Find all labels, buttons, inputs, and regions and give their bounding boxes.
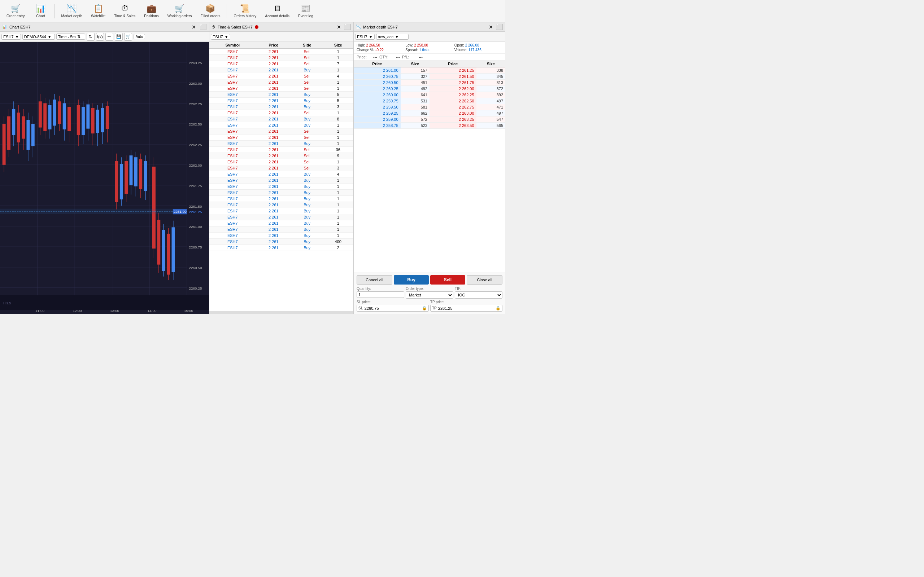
md-ask-price: 2 261.75 (430, 80, 477, 86)
ts-cell-price: 2 261 (256, 92, 291, 98)
toolbar-item-event-log[interactable]: 📰Event log (294, 2, 317, 21)
chart-draw-btn[interactable]: ✏ (105, 33, 113, 41)
ts-cell-side: Sell (291, 55, 323, 61)
market-depth-label: Market depth (61, 14, 82, 18)
toolbar-item-orders-history[interactable]: 📜Orders history (230, 2, 260, 21)
order-type-select[interactable]: Market Limit Stop (406, 292, 453, 298)
ts-panel-expand[interactable]: ⬜ (344, 23, 351, 30)
svg-rect-25 (17, 113, 20, 142)
cancel-all-button[interactable]: Cancel all (357, 275, 393, 285)
svg-rect-45 (68, 107, 71, 131)
md-panel-close[interactable]: ✕ (489, 24, 493, 30)
chart-order-btn[interactable]: 🛒 (124, 33, 132, 41)
ts-cell-side: Buy (291, 67, 323, 73)
svg-text:2260.75: 2260.75 (189, 246, 202, 250)
sl-lock-icon[interactable]: 🔒 (422, 306, 427, 311)
ts-cell-symbol: ESH7 (209, 85, 256, 92)
toolbar-item-time-sales[interactable]: ⏱Time & Sales (110, 2, 139, 21)
chart-timeframe-select[interactable]: Time - 5m ⇅ (56, 34, 85, 40)
chart-account-select[interactable]: DEMO-8544 ▼ (23, 34, 55, 40)
ts-cell-side: Sell (291, 147, 323, 153)
ts-cell-symbol: ESH7 (209, 110, 256, 116)
md-ask-price: 2 261.25 (430, 68, 477, 74)
svg-rect-53 (91, 108, 95, 134)
ts-table-row: ESH7 2 261 Buy 400 (209, 239, 353, 245)
md-depth-row: 2 260.25 492 2 262.00 372 (354, 86, 505, 92)
ts-cell-side: Buy (291, 245, 323, 251)
ts-cell-symbol: ESH7 (209, 134, 256, 141)
md-pnl-val: --- (419, 55, 423, 59)
chart-panel-close[interactable]: ✕ (192, 24, 196, 30)
md-stat-high: High: 2 266.50 (357, 43, 405, 47)
ts-table-row: ESH7 2 261 Sell 1 (209, 55, 353, 61)
md-account-value: new_acc (378, 35, 393, 39)
md-bid-price: 2 260.75 (354, 74, 401, 80)
md-stat-change: Change %: -0.22 (357, 48, 405, 52)
chart-compare-btn[interactable]: ⇅ (87, 33, 95, 41)
svg-rect-69 (134, 157, 137, 187)
ts-scrollbar[interactable] (209, 311, 353, 314)
sl-input[interactable] (365, 306, 420, 311)
ts-cell-price: 2 261 (256, 73, 291, 79)
chart-panel-expand[interactable]: ⬜ (200, 23, 207, 30)
ts-cell-side: Sell (291, 110, 323, 116)
ts-cell-size: 5 (323, 98, 353, 104)
md-panel-title: Market depth ESH7 (363, 25, 398, 29)
md-account-select[interactable]: new_acc ▼ (376, 34, 409, 40)
ts-cell-price: 2 261 (256, 233, 291, 239)
orders-history-icon: 📜 (240, 4, 250, 13)
toolbar-item-market-depth[interactable]: 📉Market depth (58, 2, 86, 21)
ts-table-row: ESH7 2 261 Buy 5 (209, 98, 353, 104)
md-account-arrow: ▼ (395, 35, 399, 39)
ts-symbol-select[interactable]: ESH7 ▼ (211, 34, 230, 40)
ts-cell-size: 1 (323, 159, 353, 165)
toolbar-item-account-details[interactable]: 🖥Account details (261, 2, 293, 21)
chart-auto-btn[interactable]: Auto (134, 34, 145, 39)
working-orders-label: Working orders (168, 14, 192, 18)
toolbar-item-chart[interactable]: 📊Chart (30, 2, 52, 21)
tif-select[interactable]: IOC GTC DAY (455, 292, 502, 298)
chart-symbol-select[interactable]: ESH7 ▼ (2, 34, 21, 40)
chart-panel-header: 📊 Chart ESH7 ✕ ⬜ (0, 23, 209, 32)
ts-panel-close[interactable]: ✕ (337, 24, 341, 30)
quantity-input[interactable] (359, 292, 402, 297)
toolbar-item-filled-orders[interactable]: 📦Filled orders (197, 2, 224, 21)
top-toolbar: 🛒Order entry📊Chart📉Market depth📋Watchlis… (0, 0, 505, 23)
chart-symbol-arrow: ▼ (15, 35, 19, 39)
svg-text:2262.00: 2262.00 (189, 163, 202, 167)
ts-cell-symbol: ESH7 (209, 55, 256, 61)
close-all-button[interactable]: Close all (467, 275, 502, 285)
svg-rect-79 (162, 230, 165, 271)
md-depth-table: Price Size Price Size 2 261.00 157 2 261… (354, 61, 505, 272)
md-ask-size: 565 (477, 122, 505, 129)
toolbar-item-positions[interactable]: 💼Positions (141, 2, 162, 21)
tp-input[interactable] (438, 306, 494, 311)
tp-lock-icon[interactable]: 🔒 (496, 306, 501, 311)
ts-cell-price: 2 261 (256, 128, 291, 134)
ts-cell-price: 2 261 (256, 208, 291, 214)
chart-panel: 📊 Chart ESH7 ✕ ⬜ ESH7 ▼ DEMO-8544 ▼ Time… (0, 23, 209, 314)
order-type-field-group: Order type: Market Limit Stop (406, 287, 453, 298)
chart-save-btn[interactable]: 💾 (115, 33, 123, 41)
ts-cell-side: Sell (291, 85, 323, 92)
md-symbol-select[interactable]: ESH7 ▼ (355, 34, 375, 40)
ts-cell-price: 2 261 (256, 226, 291, 233)
md-depth-row: 2 260.75 327 2 261.50 345 (354, 74, 505, 80)
chart-indicators-btn[interactable]: f(x) (96, 33, 104, 41)
md-panel-expand[interactable]: ⬜ (496, 23, 503, 30)
chart-controls: ESH7 ▼ DEMO-8544 ▼ Time - 5m ⇅ ⇅ f(x) ✏ … (0, 32, 209, 42)
chart-account-value: DEMO-8544 (24, 35, 46, 39)
account-details-icon: 🖥 (273, 4, 281, 13)
trade-fields: Quantity: Order type: Market Limit Stop … (357, 287, 502, 298)
toolbar-item-working-orders[interactable]: 🛒Working orders (164, 2, 195, 21)
md-bid-price: 2 259.50 (354, 104, 401, 110)
md-bid-size: 531 (401, 98, 430, 104)
svg-text:2261.50: 2261.50 (189, 205, 202, 208)
md-stat-low: Low: 2 258.00 (405, 43, 453, 47)
md-ask-size: 547 (477, 116, 505, 122)
toolbar-item-watchlist[interactable]: 📋Watchlist (87, 2, 109, 21)
toolbar-item-order-entry[interactable]: 🛒Order entry (3, 2, 29, 21)
buy-button[interactable]: Buy (394, 275, 429, 285)
ts-cell-price: 2 261 (256, 153, 291, 159)
sell-button[interactable]: Sell (430, 275, 465, 285)
